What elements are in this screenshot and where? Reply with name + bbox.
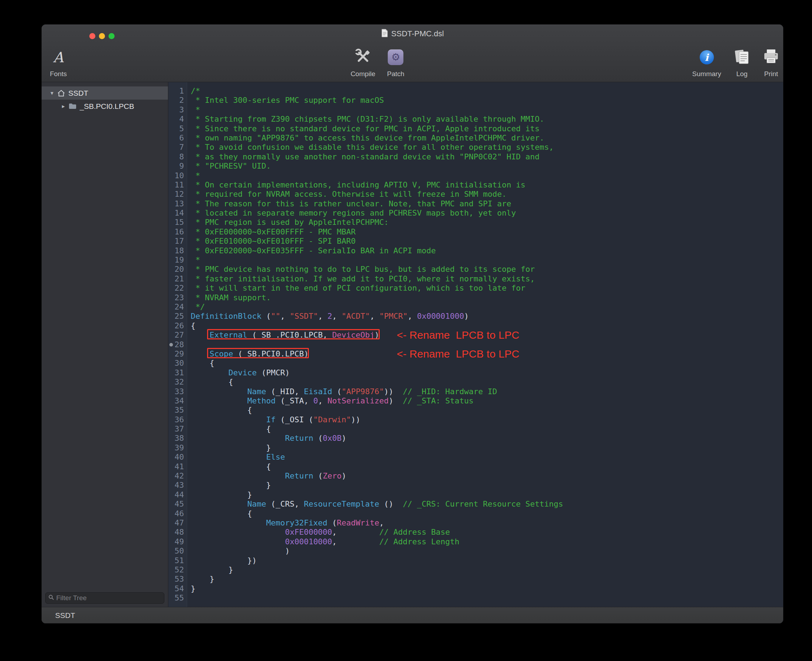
code-line[interactable]: Name (_HID, EisaId ("APP9876")) // _HID:… — [191, 387, 783, 396]
line-number: 33 — [168, 387, 184, 396]
code-token: // Address Length — [379, 537, 459, 546]
code-token: * To avoid confusion we disable this dev… — [191, 143, 554, 152]
code-line[interactable]: { — [191, 406, 783, 415]
code-line[interactable]: * To avoid confusion we disable this dev… — [191, 143, 783, 152]
code-line[interactable]: * — [191, 171, 783, 180]
code-token: , — [318, 311, 328, 321]
log-button[interactable]: Log — [734, 45, 750, 78]
line-number: 13 — [168, 199, 184, 209]
code-token: If — [266, 415, 276, 424]
code-line[interactable]: * it will start in the end of PCI config… — [191, 284, 783, 293]
code-line[interactable]: * — [191, 105, 783, 115]
code-token: // _STA: Status — [403, 396, 474, 405]
code-token: * Since there is no standard device for … — [191, 124, 539, 133]
code-line[interactable]: * On certain implementations, including … — [191, 180, 783, 190]
code-line[interactable]: DefinitionBlock ("", "SSDT", 2, "ACDT", … — [191, 311, 783, 321]
code-line[interactable]: * 0xFE000000~0xFE00FFFF - PMC MBAR — [191, 227, 783, 236]
code-token: (_STA, — [275, 396, 313, 405]
code-line[interactable]: * PMC region is used by AppleIntelPCHPMC… — [191, 218, 783, 227]
code-line[interactable]: } — [191, 443, 783, 452]
disclosure-closed-icon[interactable]: ▸ — [59, 103, 68, 110]
code-line[interactable]: * 0xFE020000~0xFE035FFF - SerialIo BAR i… — [191, 246, 783, 255]
fonts-button[interactable]: A Fonts — [50, 45, 67, 78]
code-token — [191, 537, 285, 546]
code-line[interactable]: * — [191, 255, 783, 265]
code-editor[interactable]: 1234567891011121314151617181920212223242… — [168, 82, 783, 607]
search-icon — [48, 594, 54, 602]
line-number: 26 — [168, 321, 184, 330]
code-line[interactable]: } — [191, 490, 783, 500]
sidebar-item-sb-pci0-lpcb[interactable]: ▸ _SB.PCI0.LPCB — [42, 100, 168, 113]
code-line[interactable]: * "PCHRESV" UID. — [191, 161, 783, 171]
code-token: , — [408, 311, 417, 321]
code-line[interactable]: * PMC device has nothing to do to LPC bu… — [191, 265, 783, 274]
code-line[interactable]: Return (0x0B) — [191, 434, 783, 443]
code-lines[interactable]: /* * Intel 300-series PMC support for ma… — [191, 86, 783, 603]
code-line[interactable]: } — [191, 481, 783, 490]
code-token: ) — [342, 471, 346, 480]
code-line[interactable]: { — [191, 425, 783, 434]
code-line[interactable]: * The reason for this is rather unclear.… — [191, 199, 783, 209]
code-token: { — [191, 359, 214, 367]
code-token: ) — [342, 434, 346, 442]
code-line[interactable]: Device (PMCR) — [191, 368, 783, 377]
code-line[interactable] — [191, 593, 783, 603]
code-line[interactable]: * required for NVRAM access. Otherwise i… — [191, 190, 783, 199]
sidebar-item-ssdt[interactable]: ▾ SSDT — [42, 86, 168, 100]
code-line[interactable]: Memory32Fixed (ReadWrite, — [191, 518, 783, 528]
code-token: ResourceTemplate — [304, 500, 379, 508]
code-token: (_OSI ( — [275, 415, 313, 424]
code-token: (PMCR) — [257, 368, 289, 377]
code-line[interactable]: If (_OSI ("Darwin")) — [191, 415, 783, 425]
code-line[interactable]: * located in separate memory regions and… — [191, 209, 783, 218]
code-token: ) — [388, 396, 403, 405]
code-line[interactable]: Name (_CRS, ResourceTemplate () // _CRS:… — [191, 500, 783, 509]
code-line[interactable]: } — [191, 565, 783, 575]
summary-button[interactable]: i Summary — [692, 45, 721, 78]
code-line[interactable]: } — [191, 575, 783, 584]
filter-tree-field[interactable] — [45, 592, 165, 604]
code-token: ( — [313, 434, 323, 442]
filter-tree-input[interactable] — [56, 594, 161, 602]
code-token: ( — [332, 387, 342, 396]
code-token: , — [332, 311, 342, 321]
print-button[interactable]: Print — [763, 45, 779, 78]
line-number: 29 — [168, 350, 184, 359]
code-token: , — [332, 537, 379, 546]
code-line[interactable]: { — [191, 377, 783, 387]
code-token: * located in separate memory regions and… — [191, 209, 516, 217]
code-line[interactable]: /* — [191, 86, 783, 96]
code-line[interactable]: Method (_STA, 0, NotSerialized) // _STA:… — [191, 396, 783, 406]
code-token: 0 — [313, 396, 318, 405]
code-line[interactable]: }) — [191, 556, 783, 565]
code-line[interactable]: ) — [191, 546, 783, 556]
code-line[interactable]: } — [191, 584, 783, 593]
code-line[interactable]: * NVRAM support. — [191, 293, 783, 302]
rename-annotation-label: <- Rename LPCB to LPC — [397, 330, 519, 340]
code-line[interactable]: { — [191, 509, 783, 518]
code-line[interactable]: * Intel 300-series PMC support for macOS — [191, 96, 783, 105]
line-number: 12 — [168, 190, 184, 199]
code-line[interactable]: { — [191, 359, 783, 368]
code-token — [191, 434, 285, 442]
patch-button[interactable]: ⚙ Patch — [387, 45, 404, 78]
app-window: SSDT-PMC.dsl A Fonts — [41, 24, 783, 624]
line-number: 1 — [168, 86, 184, 96]
titlebar: SSDT-PMC.dsl — [42, 24, 783, 43]
code-line[interactable]: Else — [191, 452, 783, 462]
code-line[interactable]: */ — [191, 302, 783, 311]
line-number: 14 — [168, 209, 184, 218]
code-line[interactable]: { — [191, 462, 783, 471]
code-token — [191, 368, 229, 377]
code-line[interactable]: 0xFE000000, // Address Base — [191, 528, 783, 537]
code-line[interactable]: * Starting from Z390 chipsets PMC (D31:F… — [191, 115, 783, 124]
disclosure-open-icon[interactable]: ▾ — [47, 89, 57, 96]
compile-button[interactable]: Compile — [350, 45, 376, 78]
code-line[interactable]: * as they normally use another non-stand… — [191, 152, 783, 161]
code-line[interactable]: 0x00010000, // Address Length — [191, 537, 783, 546]
code-line[interactable]: Return (Zero) — [191, 471, 783, 481]
code-line[interactable]: * Since there is no standard device for … — [191, 124, 783, 133]
code-line[interactable]: * 0xFE010000~0xFE010FFF - SPI BAR0 — [191, 236, 783, 246]
code-line[interactable]: * faster initialisation. If we add it to… — [191, 274, 783, 284]
code-line[interactable]: * own naming "APP9876" to access this de… — [191, 133, 783, 143]
